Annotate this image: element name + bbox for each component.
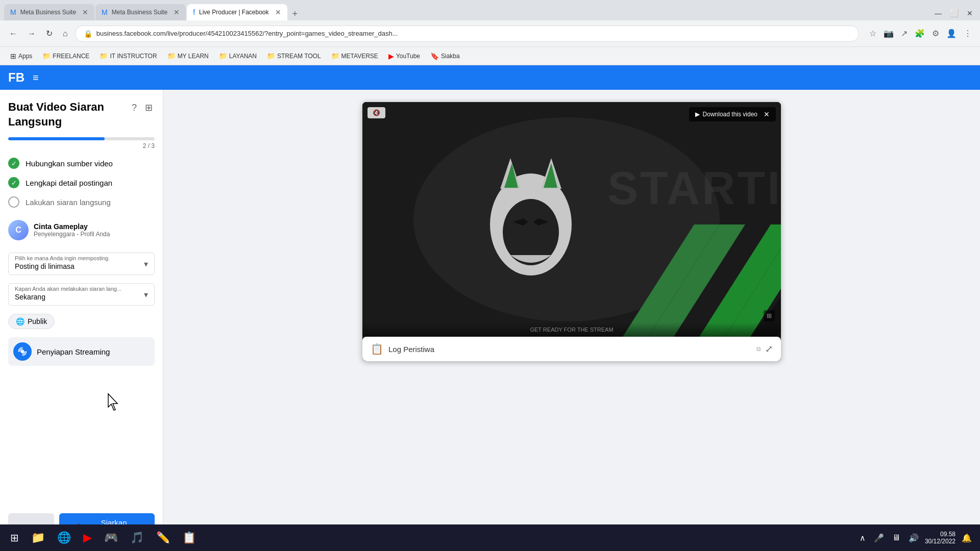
tab-2[interactable]: M Meta Business Suite ✕ <box>95 4 186 20</box>
bookmark-freelance[interactable]: 📁 FREELANCE <box>38 50 93 62</box>
siakba-icon: 🔖 <box>430 52 439 60</box>
posting-dropdown-arrow: ▾ <box>144 259 148 269</box>
taskbar-browser-icon[interactable]: 🌐 <box>53 529 75 546</box>
log-label: Log Peristiwa <box>388 345 434 354</box>
restore-button[interactable]: ⬜ <box>947 7 962 19</box>
taskbar-youtube-icon[interactable]: ▶ <box>79 529 96 546</box>
screenshot-icon[interactable]: 📷 <box>881 27 896 40</box>
visibility-badge[interactable]: 🌐 Publik <box>8 314 55 329</box>
download-video-button[interactable]: ▶ Download this video ✕ <box>689 107 776 121</box>
video-player: STARTING <box>362 102 781 337</box>
schedule-dropdown-value: Sekarang <box>15 293 45 301</box>
help-button[interactable]: ? <box>130 100 139 115</box>
new-tab-button[interactable]: + <box>288 9 302 19</box>
progress-bar-wrap <box>8 137 155 140</box>
refresh-button[interactable]: ↻ <box>43 26 56 41</box>
bookmark-youtube[interactable]: ▶ YouTube <box>384 50 424 62</box>
bookmark-it-instructor[interactable]: 📁 IT INSTRUCTOR <box>95 50 161 62</box>
tray-mic-icon[interactable]: 🎤 <box>872 531 886 545</box>
extensions-icon[interactable]: 🧩 <box>913 27 927 40</box>
posting-dropdown[interactable]: Pilih ke mana Anda ingin memposting Post… <box>8 253 155 275</box>
tray-display-icon[interactable]: 🖥 <box>890 531 902 544</box>
back-nav-button[interactable]: ← <box>6 26 20 41</box>
settings-icon[interactable]: ⚙ <box>930 27 941 40</box>
profile-info: Cinta Gameplay Penyelenggara - Profil An… <box>34 222 110 238</box>
bookmark-star-icon[interactable]: ☆ <box>867 27 878 40</box>
bookmark-layanan-label: LAYANAN <box>229 53 257 60</box>
step-item-3: Lakukan siaran langsung <box>8 196 155 208</box>
tab-1[interactable]: M Meta Business Suite ✕ <box>4 4 94 20</box>
bookmark-apps[interactable]: ⊞ Apps <box>6 50 36 62</box>
bookmark-stream-tool[interactable]: 📁 STREAM TOOL <box>263 50 325 62</box>
step-3-label: Lakukan siaran langsung <box>26 198 111 207</box>
tab-1-close[interactable]: ✕ <box>82 8 88 16</box>
taskbar-edit-icon[interactable]: ✏️ <box>152 529 174 546</box>
step-2-done-icon: ✓ <box>8 177 19 188</box>
taskbar-clip-icon[interactable]: 📋 <box>178 529 200 546</box>
posting-dropdown-value: Posting di linimasa <box>15 262 75 270</box>
minimize-button[interactable]: — <box>932 7 945 19</box>
tab-controls: — ⬜ ✕ <box>932 7 976 19</box>
schedule-dropdown-arrow: ▾ <box>144 290 148 299</box>
stream-svg-bg: STARTING <box>362 102 781 337</box>
bookmark-layanan[interactable]: 📁 LAYANAN <box>215 50 261 62</box>
main-content: Buat Video Siaran Langsung ? ⊞ 2 / 3 <box>0 90 980 551</box>
log-controls: ⧉ ⤢ <box>756 343 773 355</box>
clock-time: 09.58 <box>940 531 955 538</box>
start-button[interactable]: ⊞ <box>6 530 23 546</box>
bookmark-freelance-label: FREELANCE <box>53 53 89 60</box>
taskbar-music-icon[interactable]: 🎵 <box>126 529 148 546</box>
mute-button[interactable]: 🔇 <box>368 107 385 118</box>
page-content: FB ≡ Buat Video Siaran Langsung ? ⊞ <box>0 65 980 551</box>
download-close-icon: ✕ <box>764 110 770 118</box>
download-icon: ▶ <box>695 111 700 118</box>
folder-icon-it: 📁 <box>100 52 108 60</box>
step-2-label: Lengkapi detail postingan <box>26 179 112 187</box>
bookmark-learn-label: MY LEARN <box>178 53 209 60</box>
tab-3[interactable]: f Live Producer | Facebook ✕ <box>187 4 287 20</box>
bookmark-siakba[interactable]: 🔖 Siakba <box>426 50 464 62</box>
tray-notification-icon[interactable]: 🔔 <box>960 531 974 545</box>
svg-text:STARTING: STARTING <box>607 163 781 214</box>
home-button[interactable]: ⌂ <box>60 26 71 41</box>
profile-section: C Cinta Gameplay Penyelenggara - Profil … <box>8 216 155 244</box>
schedule-dropdown[interactable]: Kapan Anda akan melakukan siaran lang...… <box>8 283 155 306</box>
step-item-1: ✓ Hubungkan sumber video <box>8 158 155 169</box>
video-bottom-bar: GET READY FOR THE STREAM <box>362 322 781 337</box>
fb-header: FB ≡ <box>0 65 980 90</box>
layout-button[interactable]: ⊞ <box>143 100 155 115</box>
corner-icon: ⊞ <box>764 310 775 321</box>
tab-2-close[interactable]: ✕ <box>174 8 180 16</box>
url-bar[interactable]: 🔒 business.facebook.com/live/producer/45… <box>75 26 859 42</box>
bookmarks-bar: ⊞ Apps 📁 FREELANCE 📁 IT INSTRUCTOR 📁 MY … <box>0 47 980 65</box>
step-1-done-icon: ✓ <box>8 158 19 169</box>
tray-chevron-icon[interactable]: ∧ <box>857 531 868 545</box>
log-panel: 📋 Log Peristiwa ⧉ ⤢ <box>362 337 781 361</box>
profile-icon[interactable]: 👤 <box>944 27 959 40</box>
taskbar-game-icon[interactable]: 🎮 <box>100 529 122 546</box>
sidebar-top-row: Buat Video Siaran Langsung ? ⊞ <box>8 100 155 129</box>
stream-subtitle: GET READY FOR THE STREAM <box>530 327 613 333</box>
tray-speaker-icon[interactable]: 🔊 <box>906 531 921 545</box>
bookmark-metaverse[interactable]: 📁 METAVERSE <box>327 50 382 62</box>
ssl-icon: 🔒 <box>84 30 92 38</box>
more-icon[interactable]: ⋮ <box>962 27 974 40</box>
youtube-icon: ▶ <box>388 52 394 60</box>
profile-role: Penyelenggara - Profil Anda <box>34 231 110 238</box>
video-top-bar: 🔇 ▶ Download this video ✕ <box>368 107 776 121</box>
copy-icon[interactable]: ⧉ <box>756 345 761 353</box>
bookmark-my-learn[interactable]: 📁 MY LEARN <box>163 50 213 62</box>
expand-icon[interactable]: ⤢ <box>765 343 773 355</box>
share-icon[interactable]: ↗ <box>899 27 910 40</box>
tab-2-title: Meta Business Suite <box>112 9 167 16</box>
streaming-setup[interactable]: Penyiapan Streaming <box>8 337 155 366</box>
progress-label: 2 / 3 <box>8 142 155 149</box>
step-3-pending-icon <box>8 196 19 208</box>
posting-dropdown-label: Pilih ke mana Anda ingin memposting <box>15 255 108 261</box>
close-button[interactable]: ✕ <box>964 7 976 19</box>
streaming-icon <box>13 342 32 361</box>
tab-3-close[interactable]: ✕ <box>275 8 281 16</box>
forward-nav-button[interactable]: → <box>24 26 39 41</box>
taskbar-files-icon[interactable]: 📁 <box>27 529 49 546</box>
fb-menu-icon[interactable]: ≡ <box>33 72 39 84</box>
